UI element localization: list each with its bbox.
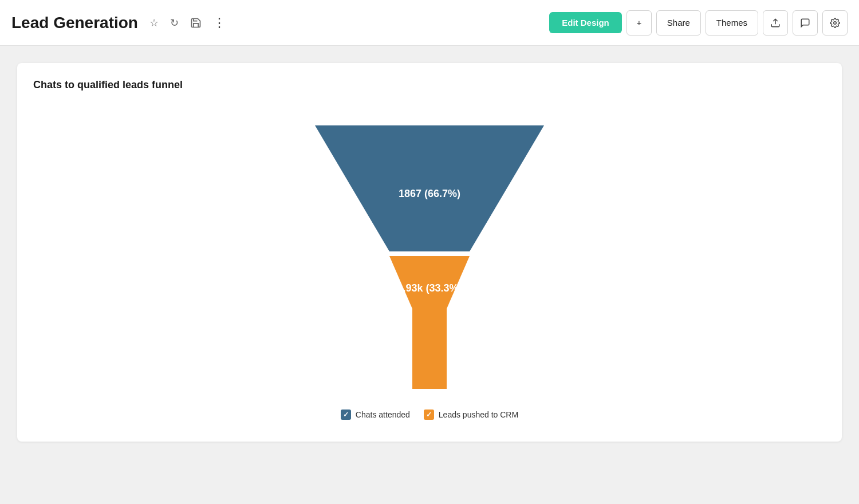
checkmark-icon: ✓ <box>343 411 349 419</box>
more-icon: ⋮ <box>213 15 226 30</box>
legend-label-chats-attended: Chats attended <box>356 410 410 419</box>
more-icon-button[interactable]: ⋮ <box>211 13 228 33</box>
edit-design-button[interactable]: Edit Design <box>549 12 622 33</box>
funnel-container: 1867 (66.7%) 1.93k (33.3%) ✓ Chats atten… <box>33 103 826 426</box>
comment-icon <box>800 18 810 28</box>
legend-checkbox-blue: ✓ <box>341 410 351 420</box>
upload-button[interactable] <box>763 10 788 36</box>
star-icon: ☆ <box>149 17 159 29</box>
themes-button[interactable]: Themes <box>706 10 758 36</box>
gear-icon <box>830 18 840 28</box>
checkmark-icon-2: ✓ <box>426 411 432 419</box>
refresh-icon-button[interactable]: ↻ <box>168 14 181 32</box>
svg-point-1 <box>834 21 837 24</box>
save-icon <box>190 17 202 29</box>
refresh-icon: ↻ <box>170 17 179 29</box>
funnel-card: Chats to qualified leads funnel 1867 (66… <box>17 63 842 442</box>
page-title: Lead Generation <box>11 14 138 32</box>
funnel-bottom-label: 1.93k (33.3%) <box>397 282 462 294</box>
header: Lead Generation ☆ ↻ ⋮ Edit Design + Shar… <box>0 0 859 46</box>
comment-button[interactable] <box>793 10 818 36</box>
save-icon-button[interactable] <box>188 15 204 31</box>
funnel-chart: 1867 (66.7%) 1.93k (33.3%) <box>286 114 573 400</box>
header-icon-group: ☆ ↻ ⋮ <box>147 13 228 33</box>
legend-checkbox-orange: ✓ <box>424 410 434 420</box>
legend-item-leads: ✓ Leads pushed to CRM <box>424 410 518 420</box>
legend-item-chats-attended: ✓ Chats attended <box>341 410 410 420</box>
upload-icon <box>770 18 781 28</box>
add-button[interactable]: + <box>626 10 652 36</box>
legend-label-leads: Leads pushed to CRM <box>439 410 518 419</box>
funnel-bottom-neck <box>412 309 447 389</box>
funnel-top-label: 1867 (66.7%) <box>399 188 460 199</box>
share-button[interactable]: Share <box>656 10 701 36</box>
settings-button[interactable] <box>822 10 848 36</box>
card-title: Chats to qualified leads funnel <box>33 79 826 91</box>
star-icon-button[interactable]: ☆ <box>147 14 161 32</box>
header-actions: Edit Design + Share Themes <box>549 10 848 36</box>
main-content: Chats to qualified leads funnel 1867 (66… <box>0 46 859 459</box>
chart-legend: ✓ Chats attended ✓ Leads pushed to CRM <box>341 410 518 420</box>
